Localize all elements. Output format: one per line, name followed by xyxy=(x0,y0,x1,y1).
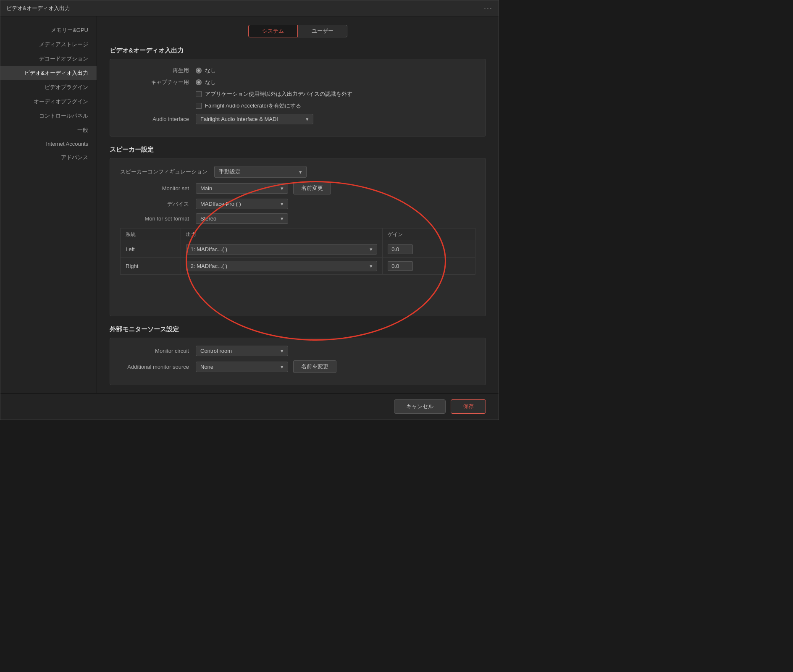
col-system: 系統 xyxy=(121,228,181,241)
footer: キャンセル 保存 xyxy=(0,393,499,420)
monitor-circuit-select[interactable]: Control room ▾ xyxy=(196,346,288,356)
playback-label: 再生用 xyxy=(120,67,196,74)
section2-title: スピーカー設定 xyxy=(110,146,486,154)
monitor-format-value: Stereo xyxy=(200,215,216,222)
row-left-gain xyxy=(383,241,475,258)
playback-value: なし xyxy=(205,67,216,74)
chevron-down-icon: ▾ xyxy=(306,116,309,122)
sidebar-item-media-storage[interactable]: メディアストレージ xyxy=(0,37,97,52)
window-title: ビデオ&オーディオ入出力 xyxy=(6,5,70,12)
capture-value: なし xyxy=(205,79,216,86)
tab-user[interactable]: ユーザー xyxy=(298,25,347,37)
section3-title: 外部モニターソース設定 xyxy=(110,326,486,333)
sidebar-item-control-panel[interactable]: コントロールパネル xyxy=(0,109,97,123)
sidebar: メモリー&GPU メディアストレージ デコードオプション ビデオ&オーディオ入出… xyxy=(0,16,97,393)
row-left-output: 1: MADIfac...( ) ▾ xyxy=(181,241,382,258)
chevron-down-icon: ▾ xyxy=(281,364,284,370)
sidebar-item-memory-gpu[interactable]: メモリー&GPU xyxy=(0,23,97,37)
speaker-config-value: 手動設定 xyxy=(219,168,241,176)
audio-interface-row: Audio interface Fairlight Audio Interfac… xyxy=(120,114,475,124)
additional-monitor-value: None xyxy=(200,364,213,370)
checkbox1-row: アプリケーション使用時以外は入出力デバイスの認識を外す xyxy=(120,90,475,98)
additional-monitor-rename-button[interactable]: 名前を変更 xyxy=(293,360,336,373)
device-row: デバイス MADIface Pro ( ) ▾ xyxy=(120,199,475,209)
monitor-circuit-label: Monitor circuit xyxy=(120,348,196,354)
sidebar-item-general[interactable]: 一般 xyxy=(0,123,97,137)
capture-label: キャプチャー用 xyxy=(120,79,196,86)
device-select[interactable]: MADIface Pro ( ) ▾ xyxy=(196,199,288,209)
body: メモリー&GPU メディアストレージ デコードオプション ビデオ&オーディオ入出… xyxy=(0,16,499,393)
sidebar-item-internet-accounts[interactable]: Internet Accounts xyxy=(0,137,97,150)
section3-panel: Monitor circuit Control room ▾ Additiona… xyxy=(110,338,486,385)
table-row: Left 1: MADIfac...( ) ▾ xyxy=(121,241,475,258)
tab-system[interactable]: システム xyxy=(248,25,298,37)
table-row: Right 2: MADIfac...( ) ▾ xyxy=(121,258,475,275)
right-output-select[interactable]: 2: MADIfac...( ) ▾ xyxy=(186,261,377,271)
chevron-down-icon: ▾ xyxy=(299,169,302,175)
playback-row: 再生用 なし xyxy=(120,67,475,74)
row-right-system: Right xyxy=(121,258,181,275)
cancel-button[interactable]: キャンセル xyxy=(394,399,446,414)
audio-interface-value: Fairlight Audio Interface & MADI xyxy=(200,116,278,122)
capture-row: キャプチャー用 なし xyxy=(120,79,475,86)
row-right-output: 2: MADIfac...( ) ▾ xyxy=(181,258,382,275)
sidebar-item-audio-plugins[interactable]: オーディオプラグイン xyxy=(0,94,97,109)
left-gain-input[interactable] xyxy=(388,244,413,254)
speaker-config-select[interactable]: 手動設定 ▾ xyxy=(214,166,307,178)
row-left-system: Left xyxy=(121,241,181,258)
checkbox2[interactable] xyxy=(196,103,202,109)
audio-interface-label: Audio interface xyxy=(120,116,196,122)
left-output-select[interactable]: 1: MADIfac...( ) ▾ xyxy=(186,244,377,255)
monitor-circuit-value: Control room xyxy=(200,348,232,354)
capture-radio[interactable] xyxy=(196,79,202,85)
additional-monitor-select[interactable]: None ▾ xyxy=(196,362,288,372)
checkbox2-row: Fairlight Audio Acceleratorを有効にする xyxy=(120,102,475,110)
sidebar-item-video-audio-io[interactable]: ビデオ&オーディオ入出力 xyxy=(0,66,97,80)
chevron-down-icon: ▾ xyxy=(370,263,373,269)
monitor-set-value: Main xyxy=(200,185,212,192)
monitor-circuit-row: Monitor circuit Control room ▾ xyxy=(120,346,475,356)
titlebar: ビデオ&オーディオ入出力 ··· xyxy=(0,0,499,16)
additional-monitor-label: Additional monitor source xyxy=(120,364,196,370)
window: ビデオ&オーディオ入出力 ··· メモリー&GPU メディアストレージ デコード… xyxy=(0,0,499,420)
monitor-set-rename-button[interactable]: 名前変更 xyxy=(293,182,331,194)
chevron-down-icon: ▾ xyxy=(281,201,284,207)
monitor-format-select[interactable]: Stereo ▾ xyxy=(196,213,288,224)
device-value: MADIface Pro ( ) xyxy=(200,201,241,207)
section1-title: ビデオ&オーディオ入出力 xyxy=(110,47,486,55)
section1-panel: 再生用 なし キャプチャー用 なし アプリケーション使用時以外は入出力デバイスの… xyxy=(110,59,486,136)
monitor-set-select[interactable]: Main ▾ xyxy=(196,183,288,194)
checkbox2-label: Fairlight Audio Acceleratorを有効にする xyxy=(205,102,301,110)
chevron-down-icon: ▾ xyxy=(281,348,284,354)
right-gain-input[interactable] xyxy=(388,261,413,271)
chevron-down-icon: ▾ xyxy=(370,246,373,252)
sidebar-item-advanced[interactable]: アドバンス xyxy=(0,150,97,165)
monitor-format-row: Mon tor set format Stereo ▾ xyxy=(120,213,475,224)
section2-panel: スピーカーコンフィギュレーション 手動設定 ▾ Monitor set Main… xyxy=(110,158,486,316)
checkbox1[interactable] xyxy=(196,91,202,97)
chevron-down-icon: ▾ xyxy=(281,185,284,192)
monitor-set-row: Monitor set Main ▾ 名前変更 xyxy=(120,182,475,194)
monitor-format-label: Mon tor set format xyxy=(120,215,196,222)
tab-row: システム ユーザー xyxy=(110,25,486,37)
playback-radio[interactable] xyxy=(196,68,202,74)
chevron-down-icon: ▾ xyxy=(281,215,284,222)
audio-interface-select[interactable]: Fairlight Audio Interface & MADI ▾ xyxy=(196,114,313,124)
monitor-set-label: Monitor set xyxy=(120,185,196,192)
col-gain: ゲイン xyxy=(383,228,475,241)
row-right-gain xyxy=(383,258,475,275)
sidebar-item-video-plugins[interactable]: ビデオプラグイン xyxy=(0,80,97,94)
titlebar-menu-dots[interactable]: ··· xyxy=(484,4,493,13)
save-button[interactable]: 保存 xyxy=(451,399,486,414)
checkbox1-label: アプリケーション使用時以外は入出力デバイスの認識を外す xyxy=(205,90,352,98)
col-output: 出力 xyxy=(181,228,382,241)
speaker-table: 系統 出力 ゲイン Left 1: MADIfac...( ) ▾ xyxy=(120,228,475,275)
device-label: デバイス xyxy=(120,200,196,208)
additional-monitor-row: Additional monitor source None ▾ 名前を変更 xyxy=(120,360,475,373)
speaker-config-label: スピーカーコンフィギュレーション xyxy=(120,168,214,176)
speaker-config-row: スピーカーコンフィギュレーション 手動設定 ▾ xyxy=(120,166,475,178)
sidebar-item-decode-options[interactable]: デコードオプション xyxy=(0,52,97,66)
main-content: システム ユーザー ビデオ&オーディオ入出力 再生用 なし キャプチャー用 なし xyxy=(97,16,499,393)
